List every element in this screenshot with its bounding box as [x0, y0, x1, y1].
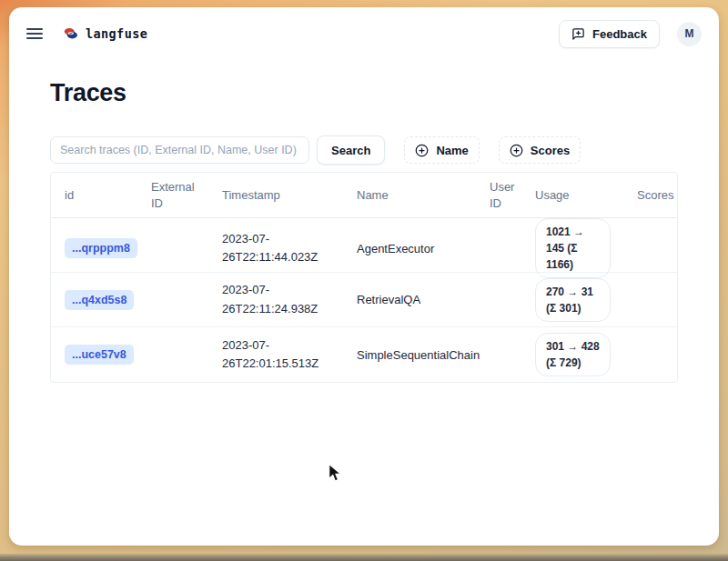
topbar-right: Feedback M: [559, 20, 702, 48]
usage-badge: 301 → 428 (Σ 729): [535, 333, 611, 376]
trace-id-link[interactable]: ...qrpppm8: [65, 238, 137, 258]
trace-id-cell: ...q4xd5s8: [51, 290, 137, 310]
topbar: langfuse Feedback M: [9, 7, 719, 60]
table-row: ...uce57v8 2023-07-26T22:01:15.513Z Simp…: [51, 327, 677, 382]
plus-circle-icon: [510, 144, 523, 157]
feedback-button[interactable]: Feedback: [559, 20, 660, 48]
trace-name-cell: RetrievalQA: [343, 293, 476, 306]
trace-id-cell: ...qrpppm8: [51, 238, 137, 258]
trace-id-cell: ...uce57v8: [51, 345, 137, 365]
app-window: langfuse Feedback M Traces Search: [9, 7, 719, 546]
filter-name-button[interactable]: Name: [404, 136, 479, 164]
topbar-left: langfuse: [26, 26, 147, 41]
table-row: ...q4xd5s8 2023-07-26T22:11:24.938Z Retr…: [51, 273, 677, 327]
main-content: Traces Search Name Scores: [9, 79, 719, 383]
timestamp-cell: 2023-07-26T22:01:15.513Z: [208, 336, 343, 373]
langfuse-logo-icon: [64, 27, 78, 40]
filter-name-label: Name: [436, 144, 468, 157]
menu-icon[interactable]: [26, 26, 45, 41]
trace-id-link[interactable]: ...q4xd5s8: [65, 290, 134, 310]
search-button[interactable]: Search: [317, 135, 385, 165]
plus-circle-icon: [415, 144, 429, 157]
avatar-initial: M: [685, 27, 694, 40]
usage-cell: 1021 → 145 (Σ 1166): [521, 218, 623, 278]
traces-table: id External ID Timestamp Name User ID Us…: [50, 172, 678, 383]
page-title: Traces: [50, 79, 678, 107]
usage-cell: 270 → 31 (Σ 301): [521, 278, 623, 322]
column-header-timestamp: Timestamp: [208, 181, 343, 210]
trace-name-cell: AgentExecutor: [343, 242, 476, 255]
usage-badge: 270 → 31 (Σ 301): [535, 278, 611, 322]
trace-name-cell: SimpleSequentialChain: [343, 348, 476, 362]
avatar[interactable]: M: [677, 22, 702, 46]
brand-name: langfuse: [86, 26, 147, 41]
timestamp-cell: 2023-07-26T22:11:24.938Z: [208, 281, 343, 317]
column-header-id: id: [51, 181, 137, 210]
controls-row: Search Name Scores: [50, 135, 678, 165]
usage-cell: 301 → 428 (Σ 729): [521, 333, 623, 376]
column-header-external-id: External ID: [137, 173, 208, 217]
usage-badge: 1021 → 145 (Σ 1166): [535, 218, 611, 278]
column-header-name: Name: [343, 181, 476, 210]
table-row: ...qrpppm8 2023-07-26T22:11:44.023Z Agen…: [51, 218, 677, 273]
filter-scores-label: Scores: [531, 144, 570, 157]
search-input[interactable]: [50, 136, 309, 164]
column-header-usage: Usage: [521, 181, 623, 210]
column-header-scores: Scores: [623, 181, 678, 210]
column-header-user-id: User ID: [476, 173, 521, 217]
timestamp-cell: 2023-07-26T22:11:44.023Z: [208, 230, 343, 266]
trace-id-link[interactable]: ...uce57v8: [65, 345, 134, 365]
window-bottom-edge: [0, 554, 728, 561]
brand[interactable]: langfuse: [64, 26, 147, 41]
table-header-row: id External ID Timestamp Name User ID Us…: [51, 173, 677, 218]
feedback-label: Feedback: [592, 27, 647, 41]
filter-scores-button[interactable]: Scores: [499, 136, 581, 164]
message-square-plus-icon: [571, 27, 585, 41]
